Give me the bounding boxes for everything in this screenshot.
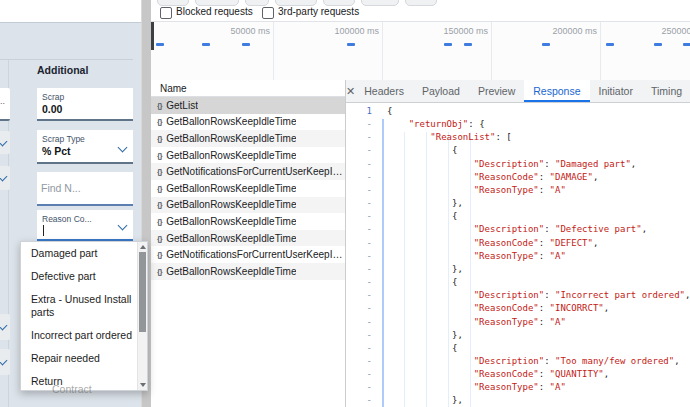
code-line: - "ReasonType": "A" bbox=[346, 250, 690, 263]
line-number: - bbox=[346, 289, 372, 302]
filter-chip[interactable] bbox=[361, 0, 399, 6]
third-party-requests-label: 3rd-party requests bbox=[278, 6, 359, 17]
truncated-dropdown-field[interactable] bbox=[0, 131, 10, 154]
scroll-down-icon[interactable] bbox=[140, 383, 146, 387]
dropdown-list: Damaged partDefective partExtra - Unused… bbox=[21, 242, 138, 391]
code-line: - "ReasonType": "A" bbox=[346, 184, 690, 197]
dropdown-option[interactable]: Incorrect part ordered bbox=[31, 329, 137, 342]
line-number: - bbox=[346, 184, 372, 197]
code-text: "ReasonCode": "QUANTITY", bbox=[372, 368, 609, 381]
request-row[interactable]: {} GetBallonRowsKeepIdleTime bbox=[151, 130, 345, 147]
request-name: GetBallonRowsKeepIdleTime bbox=[166, 133, 296, 144]
code-line: - "ReasonType": "A" bbox=[346, 316, 690, 329]
timeline-gridline bbox=[600, 22, 601, 81]
code-text: "ReasonCode": "DAMAGE", bbox=[372, 171, 598, 184]
xhr-braces-icon: {} bbox=[157, 250, 162, 259]
line-number: - bbox=[346, 223, 372, 236]
request-activity-bar bbox=[242, 43, 250, 46]
close-icon[interactable]: ✕ bbox=[346, 80, 355, 102]
text-cursor bbox=[43, 225, 44, 236]
xhr-braces-icon: {} bbox=[157, 200, 162, 209]
dropdown-option[interactable]: Damaged part bbox=[31, 247, 137, 260]
request-row[interactable]: {} GetBallonRowsKeepIdleTime bbox=[151, 213, 345, 230]
xhr-braces-icon: {} bbox=[157, 117, 162, 126]
line-number: - bbox=[346, 394, 372, 407]
third-party-requests-checkbox[interactable] bbox=[262, 7, 274, 19]
request-activity-bar bbox=[156, 43, 164, 46]
timeline-tick: 100000 ms bbox=[305, 26, 379, 36]
code-line: - { bbox=[346, 276, 690, 289]
devtools-panel: Blocked requests 3rd-party requests 5000… bbox=[151, 0, 690, 407]
detail-tab[interactable]: Headers bbox=[355, 80, 413, 102]
line-number: 1 bbox=[346, 105, 372, 118]
request-row[interactable]: {} GetBallonRowsKeepIdleTime bbox=[151, 114, 345, 131]
request-row[interactable]: {} GetBallonRowsKeepIdleTime bbox=[151, 230, 345, 247]
timeline-range-handle[interactable] bbox=[151, 22, 154, 50]
detail-tab[interactable]: Response bbox=[524, 80, 589, 102]
chevron-down-icon bbox=[0, 172, 7, 182]
request-name: GetBallonRowsKeepIdleTime bbox=[166, 216, 296, 227]
request-activity-bar bbox=[464, 43, 472, 46]
code-line: - "ReasonList": [ bbox=[346, 131, 690, 144]
code-text: }, bbox=[372, 197, 463, 210]
scrap-field[interactable]: Scrap 0.00 bbox=[37, 88, 133, 121]
dropdown-option[interactable]: Extra - Unused Install parts bbox=[31, 293, 137, 319]
detail-tab[interactable]: Preview bbox=[469, 80, 524, 102]
truncated-field[interactable]: .. bbox=[0, 88, 10, 121]
request-name: GetBallonRowsKeepIdleTime bbox=[166, 233, 296, 244]
filter-chip[interactable] bbox=[405, 0, 437, 6]
request-row[interactable]: {} GetNotificationsForCurrentUserKeepIdl… bbox=[151, 246, 345, 263]
blocked-requests-checkbox[interactable] bbox=[160, 7, 172, 19]
detail-tab[interactable]: Payload bbox=[413, 80, 469, 102]
scrap-type-field[interactable]: Scrap Type % Pct bbox=[37, 130, 133, 164]
dropdown-scrollbar[interactable] bbox=[137, 242, 147, 390]
detail-tab[interactable]: Initiator bbox=[590, 80, 642, 102]
find-input[interactable] bbox=[39, 181, 123, 195]
line-number: - bbox=[346, 329, 372, 342]
detail-tabbar: ✕ HeadersPayloadPreviewResponseInitiator… bbox=[346, 80, 690, 103]
line-number: - bbox=[346, 197, 372, 210]
code-line: - "ReasonCode": "INCORRCT", bbox=[346, 302, 690, 315]
request-row[interactable]: {} GetBallonRowsKeepIdleTime bbox=[151, 263, 345, 280]
line-number: - bbox=[346, 263, 372, 276]
detail-tabs: HeadersPayloadPreviewResponseInitiatorTi… bbox=[355, 80, 690, 102]
section-divider bbox=[0, 59, 133, 60]
scrollbar-thumb[interactable] bbox=[139, 252, 146, 332]
truncated-dropdown-field[interactable] bbox=[0, 349, 10, 375]
xhr-braces-icon: {} bbox=[157, 184, 162, 193]
request-row[interactable]: {} GetBallonRowsKeepIdleTime bbox=[151, 180, 345, 197]
name-column-header[interactable]: Name bbox=[151, 80, 345, 97]
timeline-gridline bbox=[382, 22, 383, 81]
code-line: - }, bbox=[346, 394, 690, 407]
line-number: - bbox=[346, 237, 372, 250]
line-number: - bbox=[346, 158, 372, 171]
request-row[interactable]: {} GetNotificationsForCurrentUserKeepIdl… bbox=[151, 163, 345, 180]
code-line: - "Description": "Too many/few ordered", bbox=[346, 355, 690, 368]
code-text: }, bbox=[372, 329, 463, 342]
code-text: "Description": "Incorrect part ordered", bbox=[372, 289, 690, 302]
find-field[interactable] bbox=[37, 172, 133, 206]
section-title: Additional bbox=[37, 64, 88, 76]
request-name: GetBallonRowsKeepIdleTime bbox=[166, 116, 296, 127]
dropdown-option[interactable]: Defective part bbox=[31, 270, 137, 283]
scroll-up-icon[interactable] bbox=[140, 245, 146, 249]
request-row[interactable]: {} GetBallonRowsKeepIdleTime bbox=[151, 147, 345, 164]
reason-code-field[interactable]: Reason Co... bbox=[37, 210, 133, 241]
xhr-braces-icon: {} bbox=[157, 151, 162, 160]
response-body-viewer[interactable]: 1 { - "returnObj": { - "ReasonList": [ -… bbox=[346, 103, 690, 407]
timeline-gridline bbox=[491, 22, 492, 81]
detail-tab[interactable]: Timing bbox=[642, 80, 690, 102]
chevron-down-icon bbox=[0, 136, 7, 146]
code-line: - "ReasonCode": "DAMAGE", bbox=[346, 171, 690, 184]
code-text: "Description": "Too many/few ordered", bbox=[372, 355, 680, 368]
line-number: - bbox=[346, 381, 372, 394]
request-row[interactable]: {} GetList bbox=[151, 97, 345, 114]
request-row[interactable]: {} GetBallonRowsKeepIdleTime bbox=[151, 197, 345, 214]
code-text: { bbox=[372, 144, 457, 157]
xhr-braces-icon: {} bbox=[157, 234, 162, 243]
network-timeline-overview[interactable]: 50000 ms 100000 ms 150000 ms 200000 ms 2… bbox=[151, 21, 690, 82]
code-line: - }, bbox=[346, 263, 690, 276]
truncated-dropdown-field[interactable] bbox=[0, 314, 10, 340]
truncated-dropdown-field[interactable] bbox=[0, 166, 10, 190]
dropdown-option[interactable]: Repair needed bbox=[31, 352, 137, 365]
